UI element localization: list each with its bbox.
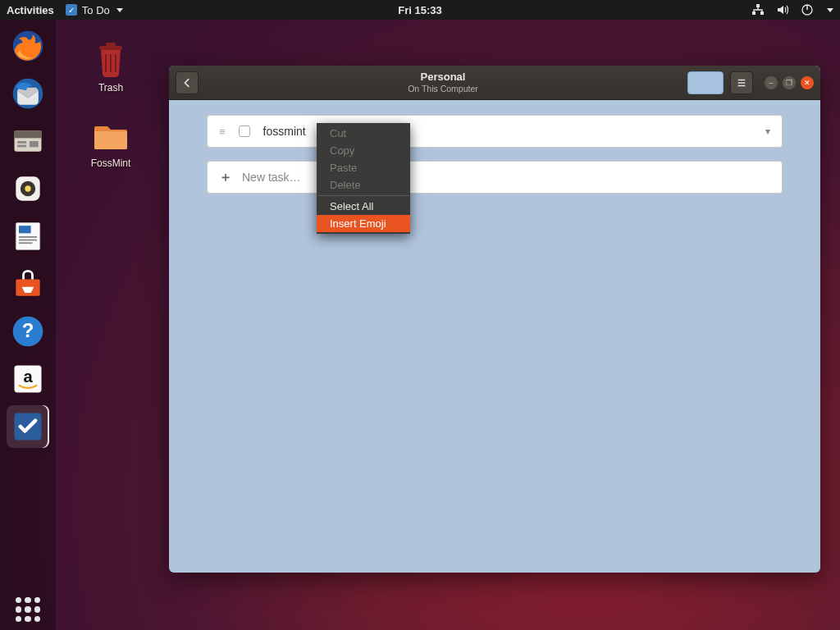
desktop-folder-fossmint[interactable]: FossMint [79,115,143,169]
todo-window: Personal On This Computer – ❐ ✕ ≡ fossmi… [169,66,820,573]
back-button[interactable] [176,71,199,94]
hamburger-menu-button[interactable] [730,71,753,94]
svg-rect-7 [15,130,42,138]
svg-rect-9 [17,145,26,148]
app-menu[interactable]: ✓ To Do [66,4,123,16]
close-button[interactable]: ✕ [801,76,814,89]
svg-rect-18 [19,242,33,244]
dock-thunderbird[interactable] [7,72,49,115]
svg-point-13 [25,185,30,191]
dock-files[interactable] [7,120,49,162]
svg-text:a: a [23,368,33,386]
dock-writer[interactable] [7,215,49,258]
system-menu-chevron-icon[interactable] [827,8,833,12]
dock-todo[interactable] [7,405,49,448]
dock-rhythmbox[interactable] [7,167,49,210]
chevron-down-icon [116,8,123,12]
svg-rect-0 [756,4,760,7]
svg-rect-16 [19,236,37,238]
dock-help[interactable]: ? [7,310,49,353]
color-button[interactable] [687,71,724,94]
new-task-placeholder: New task… [242,171,301,184]
app-menu-label: To Do [82,4,110,16]
window-title: Personal [199,71,687,84]
desktop-trash-label: Trash [98,82,123,94]
svg-rect-10 [30,141,39,147]
task-checkbox[interactable] [239,126,250,137]
dock-software[interactable] [7,262,49,305]
svg-text:?: ? [22,319,34,341]
ctx-cut: Cut [317,125,410,142]
dock: ? a [0,20,56,630]
svg-rect-2 [760,11,764,15]
volume-icon[interactable] [776,3,789,16]
power-icon[interactable] [801,3,814,16]
minimize-button[interactable]: – [765,76,778,89]
svg-rect-26 [106,43,116,47]
svg-rect-27 [94,131,127,149]
top-panel: Activities ✓ To Do Fri 15:33 [0,0,840,20]
network-icon[interactable] [751,3,765,16]
svg-rect-17 [19,240,37,241]
drag-handle-icon[interactable]: ≡ [219,126,226,138]
desktop-trash[interactable]: Trash [79,39,143,94]
activities-button[interactable]: Activities [7,4,54,16]
new-task-row[interactable]: ＋ New task… [207,161,783,194]
dock-firefox[interactable] [7,25,49,67]
ctx-paste: Paste [317,159,410,176]
expand-chevron-icon[interactable]: ▾ [765,126,770,137]
ctx-delete: Delete [317,176,410,194]
show-applications[interactable] [0,597,56,622]
ctx-separator [317,195,409,196]
svg-rect-15 [19,226,31,233]
ctx-select-all[interactable]: Select All [317,198,410,215]
ctx-insert-emoji[interactable]: Insert Emoji [317,215,410,232]
todo-app-icon: ✓ [66,4,77,16]
plus-icon: ＋ [219,169,232,186]
dock-amazon[interactable]: a [7,358,49,400]
clock[interactable]: Fri 15:33 [398,4,441,16]
context-menu: Cut Copy Paste Delete Select All Insert … [317,123,410,234]
ctx-copy: Copy [317,142,410,159]
maximize-button[interactable]: ❐ [783,76,796,89]
task-row[interactable]: ≡ fossmint ▾ [207,115,783,148]
svg-rect-8 [17,141,26,144]
titlebar[interactable]: Personal On This Computer – ❐ ✕ [169,66,820,100]
window-subtitle: On This Computer [199,84,687,94]
window-content: ≡ fossmint ▾ ＋ New task… [169,100,820,208]
svg-rect-1 [752,11,756,15]
desktop-folder-label: FossMint [91,158,131,169]
